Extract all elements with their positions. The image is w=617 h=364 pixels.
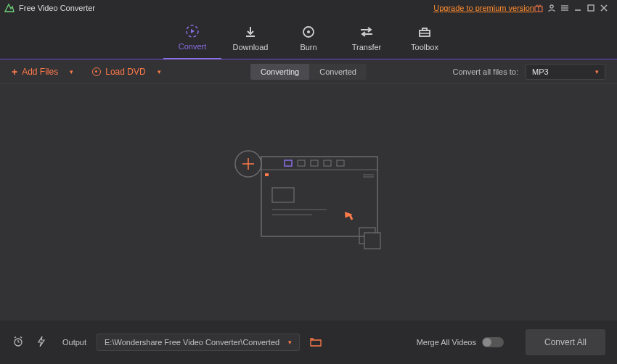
svg-rect-27 [285, 160, 292, 166]
burn-icon [301, 24, 316, 40]
svg-rect-30 [324, 160, 331, 166]
svg-rect-35 [272, 188, 294, 202]
svg-marker-45 [38, 336, 44, 347]
chevron-down-icon: ▾ [595, 68, 599, 75]
app-logo-icon [4, 3, 15, 13]
transfer-icon [359, 24, 375, 40]
title-bar: Free Video Converter Upgrade to premium … [0, 0, 617, 16]
add-files-button[interactable]: + Add Files ▾ [12, 67, 73, 77]
tab-toolbox[interactable]: Toolbox [396, 16, 454, 59]
merge-label: Merge All Videos [417, 338, 476, 347]
tab-label: Download [233, 43, 269, 51]
svg-rect-39 [364, 233, 380, 249]
tab-convert[interactable]: Convert [163, 16, 221, 59]
segment-converted[interactable]: Converted [309, 64, 367, 80]
merge-toggle[interactable] [482, 337, 504, 347]
load-dvd-label: Load DVD [105, 67, 145, 77]
chevron-down-icon: ▾ [70, 68, 73, 75]
svg-rect-32 [265, 173, 269, 176]
gift-icon[interactable] [534, 4, 547, 12]
convert-all-to-label: Convert all files to: [453, 67, 518, 76]
svg-marker-0 [5, 4, 14, 12]
load-dvd-button[interactable]: Load DVD ▾ [92, 67, 160, 77]
tab-label: Transfer [352, 43, 382, 51]
svg-rect-25 [261, 157, 377, 236]
svg-line-44 [20, 336, 22, 338]
output-path-select[interactable]: E:\Wondershare Free Video Converter\Conv… [97, 334, 300, 351]
svg-rect-8 [588, 5, 594, 11]
add-files-label: Add Files [22, 67, 58, 77]
tab-label: Burn [300, 43, 316, 51]
output-format-select[interactable]: MP3 ▾ [526, 64, 605, 80]
tab-label: Toolbox [411, 43, 438, 51]
menu-icon[interactable] [560, 4, 573, 12]
svg-point-3 [550, 5, 553, 8]
svg-line-43 [15, 336, 16, 338]
svg-rect-20 [422, 28, 427, 30]
convert-all-button[interactable]: Convert All [526, 329, 605, 355]
tab-download[interactable]: Download [221, 16, 279, 59]
maximize-button[interactable] [587, 4, 600, 12]
open-folder-button[interactable] [310, 336, 322, 349]
alarm-icon[interactable] [12, 336, 25, 349]
status-segment: Converting Converted [250, 64, 367, 80]
chevron-down-icon: ▾ [158, 68, 161, 75]
sub-toolbar: + Add Files ▾ Load DVD ▾ Converting Conv… [0, 59, 617, 84]
convert-icon [184, 23, 200, 39]
drop-zone[interactable] [0, 84, 617, 320]
tab-burn[interactable]: Burn [279, 16, 338, 59]
tab-transfer[interactable]: Transfer [338, 16, 396, 59]
gpu-accel-icon[interactable] [35, 336, 48, 349]
plus-icon: + [12, 67, 17, 77]
svg-rect-31 [337, 160, 344, 166]
convert-all-label: Convert All [544, 337, 587, 347]
minimize-button[interactable] [573, 4, 587, 12]
toolbox-icon [417, 24, 432, 40]
footer-bar: Output E:\Wondershare Free Video Convert… [0, 320, 617, 364]
disc-icon [92, 67, 101, 76]
svg-rect-29 [311, 160, 318, 166]
svg-point-16 [307, 30, 310, 33]
format-value: MP3 [532, 67, 549, 76]
chevron-down-icon: ▾ [288, 339, 292, 346]
svg-marker-12 [191, 29, 195, 33]
main-tabs: Convert Download Burn Transfer Toolbox [0, 16, 617, 59]
merge-videos-control: Merge All Videos [417, 337, 504, 347]
segment-converting[interactable]: Converting [250, 64, 309, 80]
user-icon[interactable] [547, 4, 560, 12]
close-button[interactable] [600, 4, 613, 12]
download-icon [243, 24, 258, 40]
app-title: Free Video Converter [19, 4, 95, 12]
upgrade-link[interactable]: Upgrade to premium version [433, 4, 534, 12]
drop-illustration-icon [232, 148, 385, 257]
output-path-value: E:\Wondershare Free Video Converter\Conv… [105, 338, 279, 347]
tab-label: Convert [179, 42, 207, 51]
output-label: Output [62, 338, 86, 347]
svg-rect-28 [298, 160, 305, 166]
